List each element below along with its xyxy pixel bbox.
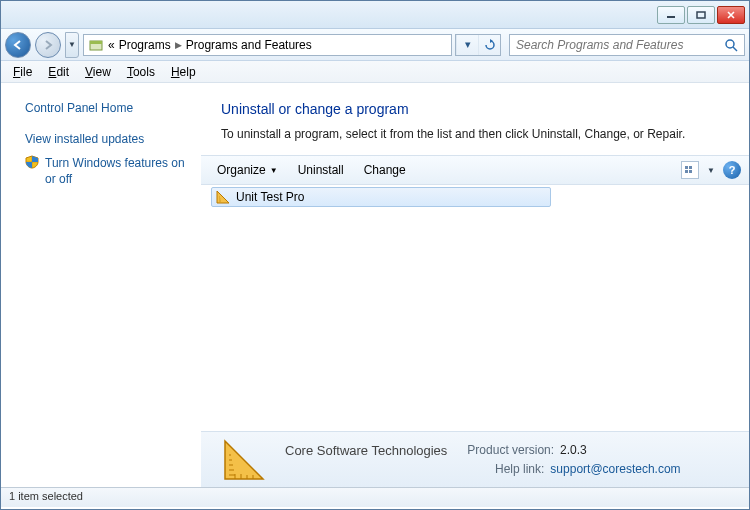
- breadcrumb-level2[interactable]: Programs and Features: [186, 38, 312, 52]
- details-pane: Core Software Technologies Product versi…: [201, 431, 749, 487]
- product-version-label: Product version:: [467, 441, 554, 461]
- breadcrumb-level1[interactable]: Programs: [119, 38, 171, 52]
- maximize-icon: [696, 11, 706, 19]
- svg-rect-9: [689, 170, 692, 173]
- window-buttons: [657, 6, 745, 24]
- refresh-icon: [484, 39, 496, 51]
- protractor-icon: [216, 190, 230, 204]
- sidebar-item-label: Turn Windows features on or off: [45, 155, 189, 187]
- view-installed-updates-link[interactable]: View installed updates: [25, 131, 189, 147]
- address-dropdown[interactable]: ▾: [456, 35, 478, 55]
- search-icon: [724, 38, 738, 52]
- view-options-dropdown[interactable]: ▼: [703, 166, 719, 175]
- program-list: Unit Test Pro: [201, 185, 749, 431]
- control-panel-home-link[interactable]: Control Panel Home: [25, 101, 189, 115]
- nav-history-dropdown[interactable]: ▼: [65, 32, 79, 58]
- arrow-left-icon: [11, 38, 25, 52]
- content: Uninstall or change a program To uninsta…: [201, 83, 749, 487]
- maximize-button[interactable]: [687, 6, 715, 24]
- close-icon: [726, 11, 736, 19]
- change-button[interactable]: Change: [356, 160, 414, 180]
- page-subtext: To uninstall a program, select it from t…: [201, 123, 749, 155]
- protractor-icon: [221, 437, 267, 483]
- svg-rect-7: [689, 166, 692, 169]
- windows-features-link[interactable]: Turn Windows features on or off: [25, 155, 189, 187]
- close-button[interactable]: [717, 6, 745, 24]
- minimize-button[interactable]: [657, 6, 685, 24]
- navbar: ▼ « Programs ▶ Programs and Features ▾: [1, 29, 749, 61]
- svg-rect-0: [667, 16, 675, 18]
- menu-tools[interactable]: Tools: [121, 63, 161, 81]
- back-button[interactable]: [5, 32, 31, 58]
- program-list-item[interactable]: Unit Test Pro: [211, 187, 551, 207]
- chevron-down-icon: ▼: [270, 166, 278, 175]
- menu-view[interactable]: View: [79, 63, 117, 81]
- main: Control Panel Home View installed update…: [1, 83, 749, 487]
- breadcrumb-prefix[interactable]: «: [108, 38, 115, 52]
- titlebar: [1, 1, 749, 29]
- svg-rect-8: [685, 170, 688, 173]
- search-box[interactable]: [509, 34, 745, 56]
- page-heading: Uninstall or change a program: [201, 83, 749, 123]
- shield-icon: [25, 155, 39, 169]
- help-link-label: Help link:: [495, 460, 544, 478]
- menu-help[interactable]: Help: [165, 63, 202, 81]
- address-bar[interactable]: « Programs ▶ Programs and Features: [83, 34, 452, 56]
- product-version-value: 2.0.3: [560, 441, 587, 461]
- view-options-button[interactable]: [681, 161, 699, 179]
- svg-rect-3: [90, 41, 102, 44]
- menu-edit[interactable]: Edit: [42, 63, 75, 81]
- chevron-right-icon: ▶: [175, 40, 182, 50]
- refresh-button[interactable]: [478, 35, 500, 55]
- help-link[interactable]: support@corestech.com: [550, 460, 680, 478]
- uninstall-button[interactable]: Uninstall: [290, 160, 352, 180]
- address-buttons: ▾: [455, 34, 501, 56]
- publisher-name: Core Software Technologies: [285, 441, 447, 461]
- help-button[interactable]: ?: [723, 161, 741, 179]
- status-text: 1 item selected: [9, 490, 83, 502]
- minimize-icon: [666, 11, 676, 19]
- arrow-right-icon: [41, 38, 55, 52]
- svg-point-4: [726, 40, 734, 48]
- sidebar: Control Panel Home View installed update…: [1, 83, 201, 487]
- menubar: File Edit View Tools Help: [1, 61, 749, 83]
- toolbar: Organize ▼ Uninstall Change ▼ ?: [201, 155, 749, 185]
- svg-line-5: [733, 47, 737, 51]
- sidebar-item-label: View installed updates: [25, 131, 144, 147]
- view-icon: [684, 165, 696, 175]
- programs-icon: [88, 37, 104, 53]
- forward-button[interactable]: [35, 32, 61, 58]
- organize-button[interactable]: Organize ▼: [209, 160, 286, 180]
- search-input[interactable]: [516, 38, 724, 52]
- svg-rect-6: [685, 166, 688, 169]
- menu-file[interactable]: File: [7, 63, 38, 81]
- statusbar: 1 item selected: [1, 487, 749, 507]
- program-name: Unit Test Pro: [236, 190, 304, 204]
- svg-rect-1: [697, 12, 705, 18]
